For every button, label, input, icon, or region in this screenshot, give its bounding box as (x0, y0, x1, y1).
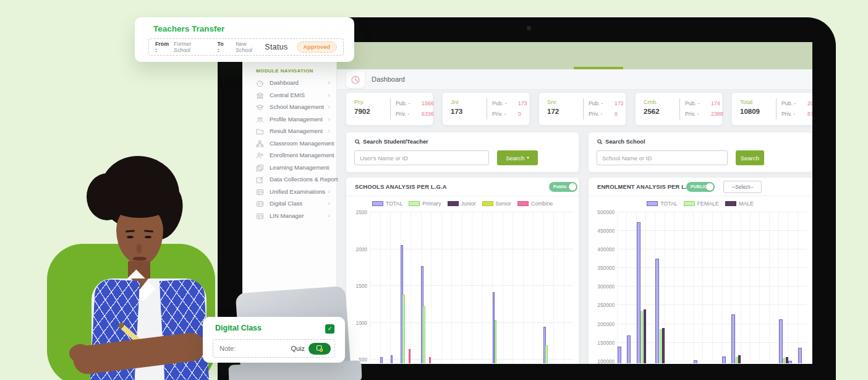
sidebar-item-label: Enrollment Management (270, 152, 334, 158)
bar-total (380, 357, 383, 363)
stat-priv-row: Priv. -6336 (396, 111, 409, 117)
chart-plot (617, 212, 807, 363)
bar-female (736, 357, 738, 363)
chevron-right-icon: › (328, 200, 330, 207)
public-toggle[interactable]: PUBLIC (686, 182, 715, 192)
bar-total (391, 355, 393, 363)
gridline (503, 212, 503, 363)
sidebar-item-lin-manager[interactable]: LIN Manager › (242, 210, 337, 222)
stat-pub-value: 173 (518, 100, 527, 106)
bar-male (662, 328, 665, 363)
stat-card-cmb: Cmb. 2562 Pub. -174 Priv. -2388 (636, 93, 722, 125)
sidebar-item-label: Classroom Management (270, 140, 334, 147)
status-label: Status (265, 43, 287, 51)
sidebar-item-unified-examinations[interactable]: Unified Examinations › (242, 186, 337, 198)
bar-female (660, 329, 662, 363)
stat-priv-value: 6336 (422, 111, 434, 117)
pie-chart-icon (346, 71, 365, 88)
sidebar-item-digital-class[interactable]: Digital Class › (242, 197, 337, 210)
chart-legend: TOTALPrimaryJuniorSeniorCombine (346, 201, 579, 207)
chevron-right-icon: › (328, 152, 330, 158)
graduation-cap-icon (256, 103, 264, 111)
stat-label: Jnr (451, 98, 459, 105)
search-student-teacher-panel: Search Student/Teacher Search▾ (346, 132, 579, 172)
y-tick-label: 200000 (589, 321, 615, 327)
legend-item: Primary (409, 201, 441, 207)
caret-down-icon: ▾ (527, 155, 529, 160)
chevron-right-icon: › (328, 164, 330, 171)
bar-total (722, 356, 726, 363)
sidebar-item-label: LIN Manager (270, 212, 304, 219)
stat-pub-value: 172 (615, 100, 624, 106)
bar-total (798, 348, 802, 363)
divider (583, 98, 584, 119)
student-hairline (113, 197, 167, 218)
sidebar-item-classroom-management[interactable]: Classroom Management › (242, 137, 337, 150)
toggle-knob (706, 183, 713, 191)
search-school-input[interactable] (597, 150, 728, 165)
stat-card-jnr: Jnr 173 Pub. -173 Priv. -0 (443, 93, 529, 125)
check-icon[interactable]: ✓ (325, 324, 334, 334)
legend-item: Junior (448, 201, 476, 207)
stat-pub-row: Pub. -173 (492, 100, 506, 106)
student-eye (127, 236, 134, 238)
divider (679, 98, 680, 119)
y-tick-label: 1000 (346, 320, 367, 326)
gridline (472, 212, 472, 363)
digital-class-card: Digital Class ✓ Note: Quiz (203, 317, 345, 363)
sidebar-heading: MODULE NAVIGATION (256, 68, 313, 74)
stat-card-pry: Pry. 7902 Pub. -1566 Priv. -6336 (346, 93, 433, 125)
sidebar-item-profile-management[interactable]: Profile Management › (242, 113, 337, 126)
legend-swatch (517, 201, 529, 206)
chevron-right-icon: › (328, 92, 330, 98)
bar-primary (495, 320, 497, 363)
sidebar-item-enrollment-management[interactable]: Enrollment Management › (242, 149, 337, 162)
gridline (721, 212, 722, 363)
gridline (533, 212, 534, 363)
sidebar-item-label: School Management (270, 103, 324, 110)
y-tick-label: 2500 (346, 209, 367, 215)
sidebar-item-dashboard[interactable]: Dashboard › (242, 77, 337, 89)
stat-label: Cmb. (644, 98, 658, 105)
quiz-add-button[interactable] (308, 343, 331, 355)
to-value: New School (236, 41, 261, 53)
y-tick-label: 500000 (589, 209, 615, 215)
gridline (683, 212, 684, 363)
bar-male (738, 355, 741, 363)
bar-female (783, 358, 785, 363)
search-student-input[interactable] (354, 150, 489, 165)
bar-total (627, 335, 631, 363)
gridline (759, 212, 760, 363)
chart-plot (370, 212, 574, 363)
public-toggle[interactable]: Public (549, 182, 577, 192)
chart-title: SCHOOLS ANALYSIS PER L.G.A (355, 184, 447, 190)
stat-priv-row: Priv. -2388 (685, 111, 699, 117)
sidebar-item-school-management[interactable]: School Management › (242, 101, 337, 113)
sidebar-item-central-emis[interactable]: Central EMIS › (242, 89, 337, 101)
hero-composite: MODULE NAVIGATION Dashboard › Central EM… (0, 0, 868, 380)
gauge-icon (256, 79, 264, 87)
sitemap-icon (256, 140, 264, 148)
gridline (451, 212, 452, 363)
lga-select[interactable]: --Select-- (723, 181, 762, 193)
bar-male (644, 309, 646, 363)
search-student-button[interactable]: Search▾ (497, 150, 538, 165)
stat-card-snr: Snr. 172 Pub. -172 Priv. -0 (539, 93, 626, 125)
sidebar-item-data-collections-report[interactable]: Data Collections & Report › (242, 173, 337, 186)
sidebar-item-result-management[interactable]: Result Management › (242, 125, 337, 137)
legend-item: TOTAL (647, 201, 678, 207)
search-panel-heading: Search Student/Teacher (354, 139, 428, 145)
bar-combine (429, 357, 432, 363)
stat-pub-value: 1566 (422, 100, 434, 106)
gridline (788, 212, 788, 363)
stat-label: Pry. (354, 98, 364, 105)
legend-item: Combine (517, 201, 553, 207)
sidebar-item-learning-management[interactable]: Learning Management › (242, 162, 337, 174)
gridline (441, 212, 442, 363)
divider (487, 98, 487, 119)
stat-value: 2562 (644, 108, 660, 115)
stat-value: 173 (451, 108, 462, 115)
gridline (553, 212, 554, 363)
search-school-button[interactable]: Search (736, 150, 764, 165)
y-tick-label: 150000 (589, 340, 615, 346)
